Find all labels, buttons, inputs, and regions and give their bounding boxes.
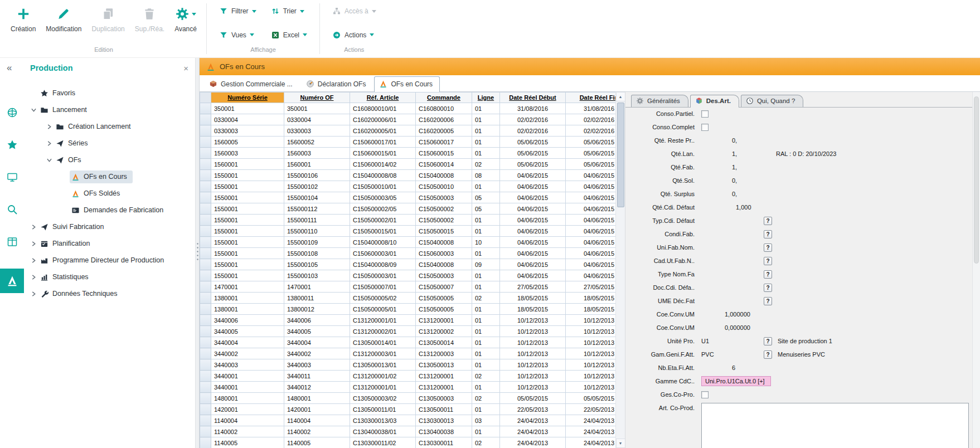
board-icon[interactable] [7,236,18,247]
row-header-cell[interactable] [200,159,211,170]
row-header-cell[interactable] [200,415,211,426]
row-header-cell[interactable] [200,226,211,237]
table-row[interactable]: 15600011560001C150600014/02C150600014020… [200,159,616,170]
detail-scrollbar[interactable] [972,92,980,448]
collapse-sidebar-button[interactable]: « [7,62,21,74]
table-row[interactable]: 03300030330003C160200005/01C160200005010… [200,125,616,137]
table-row[interactable]: 11400051140005C130300011/02C130300011022… [200,437,616,448]
detail-scroll-thumb[interactable] [974,96,979,264]
table-row[interactable]: 1550001155000112C150500002/05C1505000020… [200,203,616,215]
checkbox[interactable] [701,391,709,398]
trier-button[interactable]: Trier [271,7,307,16]
acces-a-button[interactable]: Accès à [332,7,376,16]
table-row[interactable]: 1550001155000106C150400008/08C1504000080… [200,170,616,181]
scroll-up-button[interactable]: ▲ [616,92,625,101]
table-row[interactable]: 1550001155000111C150500002/01C1505000020… [200,215,616,226]
excel-button[interactable]: Excel [271,31,307,40]
row-header-cell[interactable] [200,114,211,125]
row-header-cell[interactable] [200,281,211,293]
table-row[interactable]: 156000515600052C150600017/01C15060001701… [200,137,616,148]
tree-item-planification[interactable]: Planification [24,235,195,252]
column-header-numero-serie[interactable]: Numéro Série [211,92,284,103]
table-row[interactable]: 34400023440002C131200003/01C131200003011… [200,348,616,359]
help-button[interactable]: ? [764,244,772,252]
chevron-right-icon[interactable] [28,258,38,263]
chevron-down-icon[interactable] [44,158,54,163]
row-header-cell[interactable] [200,304,211,315]
row-header-cell[interactable] [200,315,211,326]
table-row[interactable]: 1550001155000105C150400008/09C1504000080… [200,259,616,270]
table-row[interactable]: 1550001155000102C150500010/01C1505000100… [200,181,616,192]
duplication-button[interactable]: Duplication [86,2,129,33]
row-header-cell[interactable] [200,125,211,137]
row-header-cell[interactable] [200,426,211,437]
field-value-highlight[interactable]: Uni.Pro.U1Ca.Ut.0 [+] [701,376,771,386]
column-header-date-reel-fin[interactable]: Date Réel Fin [566,92,616,103]
row-header-cell[interactable] [200,237,211,248]
row-header-cell[interactable] [200,437,211,448]
tree-item-demandes-de-fabrication[interactable]: Demandes de Fabrication [24,202,195,218]
star-icon[interactable] [7,139,18,150]
modification-button[interactable]: Modification [41,2,86,33]
chevron-right-icon[interactable] [28,291,38,296]
chevron-right-icon[interactable] [44,141,54,146]
row-header-cell[interactable] [200,393,211,404]
scroll-thumb[interactable] [617,103,624,207]
chevron-right-icon[interactable] [28,225,38,230]
sup-rea-button[interactable]: Sup./Réa. [130,2,169,33]
row-header-cell[interactable] [200,359,211,371]
help-button[interactable]: ? [764,217,772,225]
chevron-right-icon[interactable] [28,275,38,280]
row-header-cell[interactable] [200,192,211,203]
tree-item-lancement[interactable]: Lancement [24,101,195,118]
table-row[interactable]: 11400041140004C130300013/03C130300013032… [200,415,616,426]
help-button[interactable]: ? [764,284,772,292]
globe-icon[interactable] [7,107,18,118]
table-row[interactable]: 14800011480001C130500003/02C130500003020… [200,393,616,404]
help-button[interactable]: ? [764,230,772,238]
row-header-cell[interactable] [200,248,211,259]
table-scrollbar[interactable]: ▲ ▼ [615,92,625,448]
table-row[interactable]: 1550001155000108C150600003/01C1506000030… [200,248,616,259]
help-button[interactable]: ? [764,297,772,305]
chevron-right-icon[interactable] [28,241,38,246]
row-header-cell[interactable] [200,404,211,415]
close-icon[interactable]: × [183,64,188,73]
co-product-textarea[interactable] [701,403,969,448]
row-header-cell[interactable] [200,337,211,348]
doc-tab-gestion-commerciale[interactable]: Gestion Commerciale ... [204,76,300,91]
row-header-cell[interactable] [200,382,211,393]
table-row[interactable]: 03300040330004C160200006/01C160200006010… [200,114,616,125]
chevron-down-icon[interactable] [28,108,38,113]
table-row[interactable]: 15600031560003C150600015/01C150600015010… [200,148,616,159]
table-row[interactable]: 14700011470001C150500007/01C150500007012… [200,281,616,293]
row-header-cell[interactable] [200,259,211,270]
row-header-cell[interactable] [200,103,211,114]
doc-tab-declaration-ofs[interactable]: Déclaration OFs [301,76,373,91]
table-row[interactable]: 1550001155000110C150500015/01C1505000150… [200,226,616,237]
table-row[interactable]: 34400043440004C130500014/01C130500014011… [200,337,616,348]
doc-tab-ofs-en-cours[interactable]: OFs en Cours [374,76,440,92]
help-button[interactable]: ? [764,337,772,345]
checkbox[interactable] [701,124,709,131]
help-button[interactable]: ? [764,257,772,265]
table-row[interactable]: 34400063440006C131200001/01C131200001011… [200,315,616,326]
tree-item-statistiques[interactable]: Statistiques [24,269,195,285]
tree-item-ofs-en-cours[interactable]: OFs en Cours [24,168,195,185]
production-module-icon[interactable] [0,269,24,293]
tree-item-favoris[interactable]: Favoris [24,85,195,101]
column-header-commande[interactable]: Commande [416,92,472,103]
tree-item-suivi-fabrication[interactable]: Suivi Fabrication [24,218,195,235]
chevron-right-icon[interactable] [44,124,54,129]
row-header-cell[interactable] [200,270,211,281]
column-header-date-reel-debut[interactable]: Date Réel Début [500,92,566,103]
table-row[interactable]: 138000113800011C150500005/02C15050000502… [200,293,616,304]
checkbox[interactable] [701,110,709,118]
table-row[interactable]: 350001350001C160800010/01C1608000100131/… [200,103,616,114]
vues-button[interactable]: Vues [219,31,256,40]
sidebar-splitter[interactable] [195,58,200,448]
column-header-numero-of[interactable]: Numéro OF [284,92,350,103]
tree-item-ofs-soldes[interactable]: OFs Soldés [24,185,195,202]
row-header-cell[interactable] [200,148,211,159]
filtrer-button[interactable]: Filtrer [219,7,256,16]
